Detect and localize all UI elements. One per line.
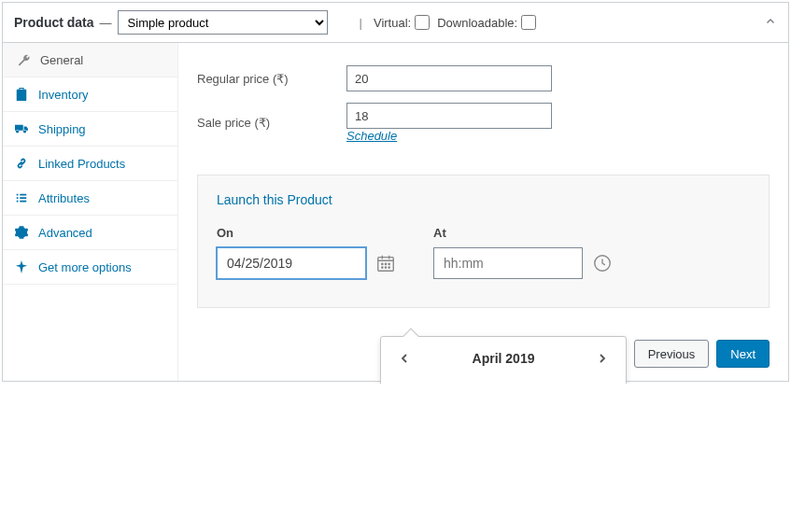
sale-price-field: Sale price (₹) Schedule: [197, 103, 770, 143]
link-icon: [14, 156, 29, 171]
tab-attributes-label: Attributes: [38, 191, 90, 205]
sale-price-label: Sale price (₹): [197, 116, 346, 130]
launch-fields: On At: [217, 226, 750, 279]
datepicker-prev[interactable]: [394, 348, 415, 369]
tab-advanced-label: Advanced: [38, 226, 92, 240]
panel-body: General Inventory Shipping Linked Produc…: [3, 43, 788, 381]
datepicker-dow: Sa: [586, 376, 620, 384]
list-icon: [14, 190, 29, 205]
clipboard-icon: [14, 87, 29, 102]
virtual-label: Virtual:: [374, 16, 411, 30]
panel-title-dash: —: [100, 16, 112, 30]
main-content: Regular price (₹) Sale price (₹) Schedul…: [178, 43, 788, 381]
regular-price-label: Regular price (₹): [197, 72, 346, 86]
svg-point-1: [382, 263, 383, 264]
schedule-link[interactable]: Schedule: [346, 129, 397, 143]
panel-header: Product data — Simple product | Virtual:…: [3, 3, 788, 43]
tab-general[interactable]: General: [3, 43, 177, 77]
next-button[interactable]: Next: [716, 340, 770, 368]
tab-shipping[interactable]: Shipping: [3, 112, 177, 147]
tab-shipping-label: Shipping: [38, 122, 86, 136]
regular-price-input[interactable]: [346, 65, 552, 91]
datepicker-dow: Tu: [453, 376, 487, 384]
launch-time-input[interactable]: [433, 247, 583, 279]
gear-icon: [14, 225, 29, 240]
virtual-checkbox[interactable]: [415, 15, 430, 30]
calendar-icon[interactable]: [375, 253, 396, 273]
tab-inventory-label: Inventory: [38, 88, 88, 102]
header-meta: | Virtual: Downloadable:: [356, 15, 537, 30]
previous-button[interactable]: Previous: [634, 340, 710, 368]
clock-icon[interactable]: [592, 253, 613, 273]
sparkle-icon: [14, 259, 29, 274]
downloadable-checkbox[interactable]: [521, 15, 536, 30]
tab-linked-label: Linked Products: [38, 157, 125, 171]
launch-at-field: At: [433, 226, 613, 279]
svg-point-5: [385, 267, 386, 268]
tab-linked-products[interactable]: Linked Products: [3, 147, 177, 181]
tab-get-more[interactable]: Get more options: [3, 250, 177, 285]
launch-panel: Launch this Product On At: [197, 175, 770, 308]
tab-get-more-label: Get more options: [38, 260, 132, 274]
launch-at-label: At: [433, 226, 613, 240]
datepicker-dow: We: [487, 376, 520, 384]
tab-inventory[interactable]: Inventory: [3, 77, 177, 112]
datepicker-dow: Fr: [554, 376, 587, 384]
datepicker-dow-row: SuMoTuWeThFrSa: [387, 376, 620, 384]
price-fields: Regular price (₹) Sale price (₹) Schedul…: [178, 43, 788, 165]
launch-date-input[interactable]: [217, 247, 366, 279]
datepicker: April 2019 SuMoTuWeThFrSa 31123456789101…: [380, 336, 627, 384]
panel-title: Product data: [14, 15, 94, 30]
svg-point-6: [388, 267, 389, 268]
tab-attributes[interactable]: Attributes: [3, 181, 177, 216]
regular-price-field: Regular price (₹): [197, 65, 770, 91]
downloadable-toggle[interactable]: Downloadable:: [437, 15, 536, 30]
launch-title: Launch this Product: [217, 192, 750, 207]
launch-on-label: On: [217, 226, 396, 240]
svg-point-2: [385, 263, 386, 264]
datepicker-title: April 2019: [473, 351, 535, 366]
truck-icon: [14, 121, 29, 136]
sale-price-input[interactable]: [346, 103, 552, 129]
collapse-toggle[interactable]: [764, 15, 777, 31]
product-type-select[interactable]: Simple product: [118, 10, 328, 35]
tab-general-label: General: [40, 53, 83, 67]
datepicker-dow: Mo: [420, 376, 454, 384]
downloadable-label: Downloadable:: [437, 16, 517, 30]
meta-separator: |: [360, 16, 362, 30]
tab-advanced[interactable]: Advanced: [3, 216, 177, 250]
svg-point-4: [382, 267, 383, 268]
datepicker-header: April 2019: [387, 344, 620, 376]
svg-point-3: [388, 263, 389, 264]
wrench-icon: [16, 52, 31, 67]
datepicker-dow: Th: [520, 376, 554, 384]
datepicker-next[interactable]: [592, 348, 613, 369]
product-data-panel: Product data — Simple product | Virtual:…: [2, 2, 789, 382]
virtual-toggle[interactable]: Virtual:: [374, 15, 430, 30]
sidebar: General Inventory Shipping Linked Produc…: [3, 43, 178, 381]
datepicker-dow: Su: [387, 376, 420, 384]
launch-on-field: On: [217, 226, 396, 279]
